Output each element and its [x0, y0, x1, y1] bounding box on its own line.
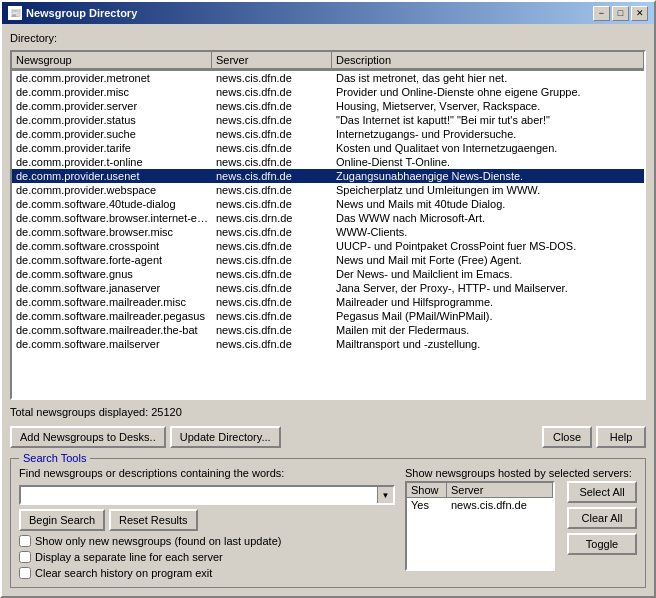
cell-desc: Internetzugangs- und Providersuche.	[332, 127, 644, 141]
table-row[interactable]: de.comm.software.mailreader.misc news.ci…	[12, 295, 644, 309]
table-row[interactable]: de.comm.software.janaserver news.cis.dfn…	[12, 281, 644, 295]
cell-server: news.cis.dfn.de	[212, 183, 332, 197]
table-row[interactable]: de.comm.software.mailreader.the-bat news…	[12, 323, 644, 337]
cell-server: news.cis.dfn.de	[212, 113, 332, 127]
cell-server: news.cis.dfn.de	[212, 239, 332, 253]
table-row[interactable]: de.comm.provider.misc news.cis.dfn.de Pr…	[12, 85, 644, 99]
table-row[interactable]: de.comm.software.crosspoint news.cis.dfn…	[12, 239, 644, 253]
checkbox-clear-history-input[interactable]	[19, 567, 31, 579]
cell-newsgroup: de.comm.software.forte-agent	[12, 253, 212, 267]
table-row[interactable]: de.comm.provider.status news.cis.dfn.de …	[12, 113, 644, 127]
cell-server: news.cis.dfn.de	[212, 309, 332, 323]
cell-desc: Das ist metronet, das geht hier net.	[332, 71, 644, 85]
cell-desc: Kosten und Qualitaet von Internetzugaeng…	[332, 141, 644, 155]
header-description[interactable]: Description	[332, 52, 644, 70]
server-row[interactable]: Yes news.cis.dfn.de	[407, 498, 553, 512]
cell-desc: Das WWW nach Microsoft-Art.	[332, 211, 644, 225]
cell-server: news.cis.dfn.de	[212, 225, 332, 239]
search-input[interactable]	[21, 489, 377, 501]
minimize-button[interactable]: −	[593, 6, 610, 21]
cell-desc: Online-Dienst T-Online.	[332, 155, 644, 169]
update-directory-button[interactable]: Update Directory...	[170, 426, 281, 448]
cell-server: news.cis.dfn.de	[212, 197, 332, 211]
title-bar-left: 📰 Newsgroup Directory	[8, 6, 137, 20]
checkbox-separate-line-input[interactable]	[19, 551, 31, 563]
server-table-body: Yes news.cis.dfn.de	[407, 498, 553, 512]
table-row[interactable]: de.comm.software.gnus news.cis.dfn.de De…	[12, 267, 644, 281]
close-window-button[interactable]: ✕	[631, 6, 648, 21]
search-right-section: Show newsgroups hosted by selected serve…	[405, 467, 637, 579]
cell-server: news.cis.dfn.de	[212, 253, 332, 267]
cell-desc: Mailreader und Hilfsprogramme.	[332, 295, 644, 309]
cell-desc: Pegasus Mail (PMail/WinPMail).	[332, 309, 644, 323]
cell-desc: Der News- und Mailclient im Emacs.	[332, 267, 644, 281]
clear-all-button[interactable]: Clear All	[567, 507, 637, 529]
cell-newsgroup: de.comm.provider.status	[12, 113, 212, 127]
cell-server: news.cis.dfn.de	[212, 85, 332, 99]
window-title: Newsgroup Directory	[26, 7, 137, 19]
server-buttons: Select All Clear All Toggle	[567, 481, 637, 555]
add-newsgroups-button[interactable]: Add Newsgroups to Desks..	[10, 426, 166, 448]
search-buttons: Begin Search Reset Results	[19, 509, 395, 531]
cell-newsgroup: de.comm.software.mailreader.the-bat	[12, 323, 212, 337]
table-row[interactable]: de.comm.provider.server news.cis.dfn.de …	[12, 99, 644, 113]
cell-desc: Speicherplatz und Umleitungen im WWW.	[332, 183, 644, 197]
toggle-button[interactable]: Toggle	[567, 533, 637, 555]
close-button[interactable]: Close	[542, 426, 592, 448]
cell-newsgroup: de.comm.software.40tude-dialog	[12, 197, 212, 211]
directory-label: Directory:	[10, 32, 646, 44]
header-newsgroup[interactable]: Newsgroup	[12, 52, 212, 70]
table-row[interactable]: de.comm.software.browser.internet-explor…	[12, 211, 644, 225]
reset-results-button[interactable]: Reset Results	[109, 509, 197, 531]
server-table-container: Show Server Yes news.cis.dfn.de	[405, 481, 555, 571]
search-tools-inner: Find newsgroups or descriptions containi…	[19, 467, 637, 579]
cell-desc: Zugangsunabhaengige News-Dienste.	[332, 169, 644, 183]
cell-desc: WWW-Clients.	[332, 225, 644, 239]
cell-newsgroup: de.comm.provider.webspace	[12, 183, 212, 197]
cell-newsgroup: de.comm.software.mailreader.misc	[12, 295, 212, 309]
content-area: Directory: Newsgroup Server Description …	[2, 24, 654, 596]
cell-newsgroup: de.comm.provider.server	[12, 99, 212, 113]
button-row-left: Add Newsgroups to Desks.. Update Directo…	[10, 426, 281, 448]
begin-search-button[interactable]: Begin Search	[19, 509, 105, 531]
table-row[interactable]: de.comm.software.40tude-dialog news.cis.…	[12, 197, 644, 211]
cell-show: Yes	[407, 498, 447, 512]
table-row[interactable]: de.comm.provider.t-online news.cis.dfn.d…	[12, 155, 644, 169]
server-header-server: Server	[447, 483, 553, 497]
cell-server: news.cis.dfn.de	[212, 323, 332, 337]
maximize-button[interactable]: □	[612, 6, 629, 21]
cell-desc: Provider und Online-Dienste ohne eigene …	[332, 85, 644, 99]
table-row[interactable]: de.comm.provider.metronet news.cis.dfn.d…	[12, 71, 644, 85]
cell-desc: Housing, Mietserver, Vserver, Rackspace.	[332, 99, 644, 113]
main-window: 📰 Newsgroup Directory − □ ✕ Directory: N…	[0, 0, 656, 598]
find-label: Find newsgroups or descriptions containi…	[19, 467, 395, 479]
checkbox-separate-line-label: Display a separate line for each server	[35, 551, 223, 563]
search-dropdown-btn[interactable]: ▼	[377, 487, 393, 503]
table-row[interactable]: de.comm.provider.webspace news.cis.dfn.d…	[12, 183, 644, 197]
table-row[interactable]: de.comm.software.mailserver news.cis.dfn…	[12, 337, 644, 351]
header-server[interactable]: Server	[212, 52, 332, 70]
table-row[interactable]: de.comm.provider.tarife news.cis.dfn.de …	[12, 141, 644, 155]
cell-server: news.cis.dfn.de	[212, 71, 332, 85]
table-row[interactable]: de.comm.software.mailreader.pegasus news…	[12, 309, 644, 323]
cell-server: news.cis.dfn.de	[212, 155, 332, 169]
table-row[interactable]: de.comm.provider.suche news.cis.dfn.de I…	[12, 127, 644, 141]
checkbox-clear-history: Clear search history on program exit	[19, 567, 395, 579]
help-button[interactable]: Help	[596, 426, 646, 448]
cell-server: news.cis.dfn.de	[212, 127, 332, 141]
table-row[interactable]: de.comm.software.browser.misc news.cis.d…	[12, 225, 644, 239]
cell-newsgroup: de.comm.software.gnus	[12, 267, 212, 281]
search-combo[interactable]: ▼	[19, 485, 395, 505]
table-row[interactable]: de.comm.software.forte-agent news.cis.df…	[12, 253, 644, 267]
cell-newsgroup: de.comm.software.mailserver	[12, 337, 212, 351]
cell-newsgroup: de.comm.provider.misc	[12, 85, 212, 99]
table-body: de.comm.provider.metronet news.cis.dfn.d…	[12, 71, 644, 398]
checkbox-show-new-input[interactable]	[19, 535, 31, 547]
button-row-right: Close Help	[542, 426, 646, 448]
cell-desc: UUCP- und Pointpaket CrossPoint fuer MS-…	[332, 239, 644, 253]
checkbox-clear-history-label: Clear search history on program exit	[35, 567, 212, 579]
cell-server: news.cis.drn.de	[212, 211, 332, 225]
cell-server: news.cis.dfn.de	[212, 337, 332, 351]
select-all-button[interactable]: Select All	[567, 481, 637, 503]
table-row[interactable]: de.comm.provider.usenet news.cis.dfn.de …	[12, 169, 644, 183]
